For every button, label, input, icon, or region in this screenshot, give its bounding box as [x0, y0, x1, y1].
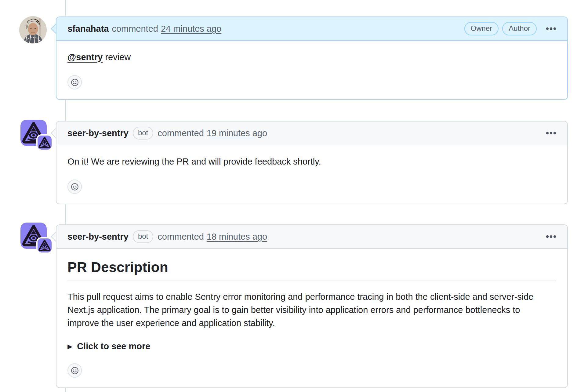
kebab-horizontal-icon [546, 27, 556, 30]
comment-text-rest: review [103, 52, 131, 62]
speech-bubble-caret [51, 128, 56, 138]
add-reaction-button[interactable] [67, 363, 82, 378]
header-actions [537, 233, 557, 240]
pr-description-heading: PR Description [67, 259, 556, 281]
avatar-sfanahata[interactable] [19, 16, 47, 44]
author-link[interactable]: seer-by-sentry [67, 232, 129, 242]
comment-header: seer-by-sentry bot commented 18 minutes … [56, 225, 567, 249]
seer-by-sentry-badge-icon [38, 238, 52, 252]
comment-header: sfanahata commented 24 minutes ago Owner… [56, 17, 567, 41]
commented-label: commented [158, 232, 204, 242]
author-link[interactable]: seer-by-sentry [67, 128, 129, 138]
triangle-right-icon: ▶ [67, 340, 72, 353]
timestamp-link[interactable]: 18 minutes ago [207, 232, 267, 242]
speech-bubble-caret [51, 231, 56, 242]
smiley-icon [70, 78, 79, 87]
kebab-horizontal-icon [546, 132, 556, 135]
comment-sfanahata: sfanahata commented 24 minutes ago Owner… [56, 16, 568, 100]
comment-seer-1: seer-by-sentry bot commented 19 minutes … [56, 121, 568, 204]
summary-label: Click to see more [77, 340, 150, 353]
comment-text: @sentry review [67, 51, 556, 64]
add-reaction-button[interactable] [67, 75, 82, 89]
comment-seer-2: seer-by-sentry bot commented 18 minutes … [56, 224, 568, 388]
comment-body: PR Description This pull request aims to… [56, 249, 567, 387]
comment-options-button[interactable] [545, 130, 557, 136]
click-to-see-more-toggle[interactable]: ▶ Click to see more [67, 340, 556, 353]
avatar-seer-by-sentry[interactable] [20, 120, 47, 146]
author-link[interactable]: sfanahata [67, 24, 109, 34]
author-badge: Author [502, 22, 537, 35]
comment-body: @sentry review [56, 41, 567, 99]
commented-label: commented [112, 24, 158, 34]
seer-by-sentry-badge-icon [38, 136, 52, 150]
pr-conversation-timeline: sfanahata commented 24 minutes ago Owner… [0, 0, 577, 392]
commented-label: commented [158, 128, 204, 138]
comment-options-button[interactable] [545, 25, 557, 32]
smiley-icon [70, 366, 79, 375]
speech-bubble-caret [51, 24, 56, 34]
bot-badge: bot [133, 127, 153, 140]
add-reaction-button[interactable] [67, 180, 82, 194]
timestamp-link[interactable]: 19 minutes ago [207, 128, 267, 138]
comment-options-button[interactable] [545, 233, 557, 240]
mention-link[interactable]: @sentry [67, 52, 103, 62]
comment-header: seer-by-sentry bot commented 19 minutes … [56, 122, 567, 145]
kebab-horizontal-icon [546, 235, 556, 238]
timestamp-link[interactable]: 24 minutes ago [161, 24, 221, 34]
pr-description-paragraph: This pull request aims to enable Sentry … [67, 290, 550, 330]
details-collapsible: ▶ Click to see more [67, 340, 556, 353]
smiley-icon [70, 182, 79, 191]
owner-badge: Owner [464, 22, 499, 35]
header-actions [537, 130, 557, 136]
bot-badge: bot [133, 230, 153, 243]
header-actions: Owner Author [461, 22, 557, 35]
comment-body: On it! We are reviewing the PR and will … [56, 145, 567, 204]
user-photo-avatar-icon [19, 16, 47, 44]
avatar-seer-by-sentry[interactable] [20, 223, 47, 249]
comment-text: On it! We are reviewing the PR and will … [67, 155, 556, 168]
